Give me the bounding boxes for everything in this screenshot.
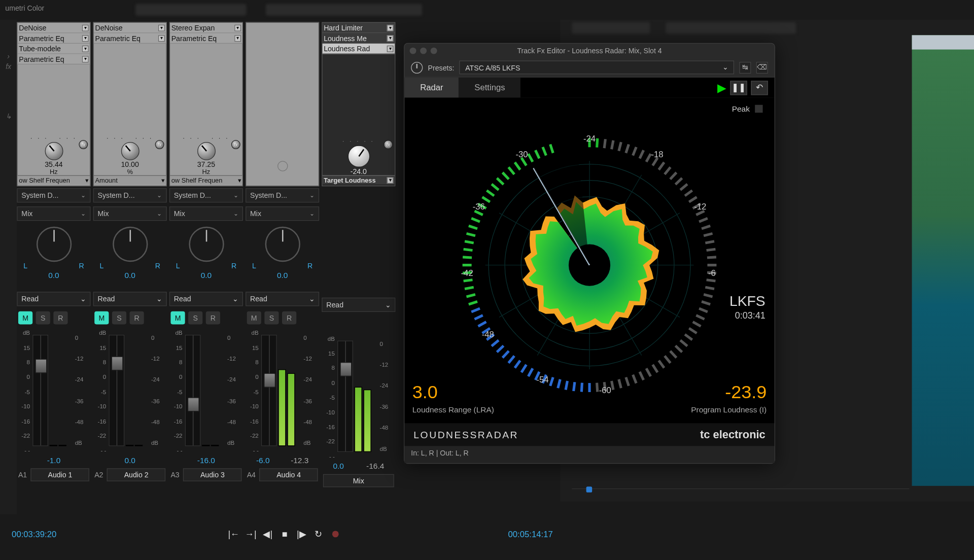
automation-mode-dropdown[interactable]: Read⌄	[322, 298, 395, 312]
solo-button[interactable]: S	[264, 311, 279, 325]
chevron-down-icon[interactable]: ▾	[82, 35, 89, 42]
track-name-field[interactable]: Audio 2	[107, 468, 165, 481]
fx-slot[interactable]: Parametric Eq▾	[94, 33, 166, 44]
output-dropdown[interactable]: System D...⌄	[17, 188, 90, 202]
fx-slot[interactable]: Hard Limiter▾	[323, 23, 395, 33]
close-icon[interactable]	[410, 48, 416, 54]
tab-settings[interactable]: Settings	[459, 78, 520, 98]
reset-button[interactable]: ↶	[751, 81, 768, 95]
mute-button[interactable]: M	[18, 311, 32, 325]
record-arm-button[interactable]: R	[53, 311, 67, 325]
go-to-out-icon[interactable]: →|	[245, 528, 257, 540]
pan-value[interactable]: 0.0	[17, 271, 90, 280]
mute-button[interactable]: M	[170, 311, 185, 325]
fx-slot[interactable]: Parametric Eq▾	[170, 33, 242, 44]
tab-radar[interactable]: Radar	[404, 78, 459, 98]
chevron-down-icon[interactable]: ▾	[234, 24, 241, 31]
fx-slot[interactable]: DeNoise▾	[18, 23, 90, 33]
fx-param-knob[interactable]	[197, 142, 215, 160]
volume-fader[interactable]	[32, 335, 48, 446]
output-dropdown[interactable]: System D...⌄	[246, 188, 319, 202]
volume-fader[interactable]	[109, 335, 124, 446]
volume-fader[interactable]	[337, 341, 353, 452]
chevron-down-icon[interactable]: ▾	[387, 24, 394, 31]
fx-slot[interactable]: Loudness Me▾	[323, 33, 395, 44]
fx-slot[interactable]: Stereo Expan▾	[170, 23, 242, 33]
pan-knob[interactable]	[265, 227, 300, 262]
volume-fader[interactable]	[261, 335, 277, 446]
go-to-in-icon[interactable]: |←	[228, 528, 239, 540]
fx-bypass-icon[interactable]: fx	[384, 140, 393, 149]
track-name-field[interactable]: Audio 4	[260, 468, 318, 481]
solo-button[interactable]: S	[112, 311, 126, 325]
track-name-field[interactable]: Audio 1	[31, 468, 89, 481]
pan-value[interactable]: 0.0	[93, 271, 167, 280]
playhead-icon[interactable]	[586, 486, 593, 493]
fader-db-value[interactable]: -1.0	[47, 456, 61, 465]
mute-button[interactable]: M	[94, 311, 109, 325]
fx-param-knob[interactable]	[45, 142, 63, 160]
automation-mode-dropdown[interactable]: Read⌄	[169, 292, 243, 306]
chevron-down-icon[interactable]: ▾	[158, 24, 165, 31]
pan-value[interactable]: 0.0	[169, 271, 243, 280]
fader-db-value[interactable]: -6.0	[256, 456, 270, 465]
solo-button[interactable]: S	[188, 311, 202, 325]
step-fwd-icon[interactable]: |▶	[296, 528, 307, 540]
minimize-icon[interactable]	[420, 48, 427, 54]
chevron-down-icon[interactable]: ▾	[234, 35, 241, 42]
fader-handle[interactable]	[35, 359, 47, 373]
fader-db-value[interactable]: -16.0	[197, 456, 215, 465]
fx-slot[interactable]: Parametric Eq▾	[18, 33, 90, 44]
pan-value[interactable]: 0.0	[246, 271, 319, 280]
window-controls[interactable]	[410, 48, 437, 54]
loop-icon[interactable]: ↻	[312, 528, 324, 540]
automation-mode-dropdown[interactable]: Read⌄	[17, 292, 90, 306]
output-dropdown[interactable]: System D...⌄	[169, 188, 243, 202]
fader-handle[interactable]	[188, 397, 199, 411]
chevron-down-icon[interactable]: ▾	[82, 56, 89, 62]
stop-icon[interactable]: ■	[279, 528, 291, 540]
sidechain-icon[interactable]: ↹	[739, 61, 751, 73]
tab-blurred-2[interactable]	[266, 4, 422, 16]
solo-button[interactable]: S	[36, 311, 50, 325]
record-button[interactable]	[330, 528, 341, 540]
fx-param-knob[interactable]	[121, 142, 139, 160]
chevron-down-icon[interactable]: ▾	[387, 45, 394, 52]
timecode-left[interactable]: 00:03:39:20	[12, 529, 56, 539]
program-tab-1[interactable]	[572, 22, 650, 34]
automation-mode-dropdown[interactable]: Read⌄	[93, 292, 167, 306]
window-titlebar[interactable]: Track Fx Editor - Loudness Radar: Mix, S…	[404, 44, 774, 58]
track-name-field[interactable]: Audio 3	[183, 468, 241, 481]
target-loudness-knob[interactable]	[347, 145, 370, 167]
tab-blurred-1[interactable]	[135, 4, 246, 16]
fx-bypass-icon[interactable]: fx	[155, 140, 164, 149]
fx-slot[interactable]: Tube-modele▾	[18, 44, 90, 54]
fader-handle[interactable]	[264, 373, 275, 388]
output-dropdown[interactable]: System D...⌄	[93, 188, 167, 202]
delete-preset-icon[interactable]: ⌫	[756, 61, 768, 73]
fader-handle[interactable]	[340, 362, 352, 376]
record-arm-button[interactable]: R	[206, 311, 220, 325]
fx-slot[interactable]: DeNoise▾	[94, 23, 166, 33]
chevron-down-icon[interactable]: ▾	[387, 35, 394, 42]
chevron-down-icon[interactable]: ▾	[82, 24, 89, 31]
record-arm-button[interactable]: R	[282, 311, 296, 325]
record-arm-button[interactable]: R	[130, 311, 144, 325]
mix-dropdown[interactable]: Mix⌄	[17, 206, 90, 221]
fx-slot[interactable]: Parametric Eq▾	[18, 54, 90, 65]
fader-db-value[interactable]: 0.0	[333, 462, 343, 471]
timeline-ruler[interactable]	[572, 488, 909, 502]
zoom-icon[interactable]	[431, 48, 437, 54]
automation-mode-dropdown[interactable]: Read⌄	[246, 292, 319, 306]
mix-dropdown[interactable]: Mix⌄	[169, 206, 243, 221]
program-tab-2[interactable]	[666, 22, 796, 34]
pan-knob[interactable]	[189, 227, 224, 262]
mix-dropdown[interactable]: Mix⌄	[93, 206, 167, 221]
step-back-icon[interactable]: ◀|	[262, 528, 273, 540]
chevron-down-icon[interactable]: ▾	[82, 45, 89, 52]
mix-dropdown[interactable]: Mix⌄	[246, 206, 319, 221]
play-button[interactable]: ▶	[717, 81, 726, 95]
pan-knob[interactable]	[112, 227, 147, 262]
power-button[interactable]	[411, 61, 423, 73]
volume-fader[interactable]	[185, 335, 201, 446]
